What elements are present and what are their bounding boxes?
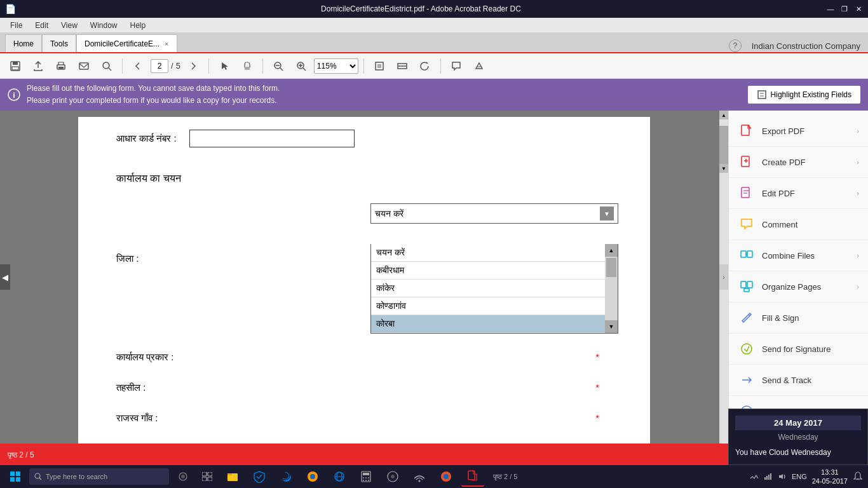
taskbar-app-shield[interactable] — [248, 466, 271, 487]
upload-button[interactable] — [28, 56, 48, 76]
zoom-in-button[interactable] — [291, 56, 311, 76]
rotate-button[interactable] — [415, 56, 435, 76]
taskbar-app-media[interactable] — [381, 466, 404, 487]
taskbar-app-acrobat[interactable] — [461, 466, 484, 487]
zoom-select[interactable]: 115% 100% 75% 150% — [314, 58, 358, 74]
svg-rect-37 — [747, 281, 752, 288]
svg-rect-78 — [766, 476, 768, 480]
print-button[interactable] — [51, 56, 71, 76]
panel-comment[interactable]: Comment — [729, 209, 868, 240]
select-tool-button[interactable] — [214, 56, 234, 76]
rajasv-label: राजस्व गाँव : — [116, 412, 307, 424]
panel-combine-files[interactable]: Combine Files › — [729, 240, 868, 271]
taskbar-app-calculator[interactable] — [355, 466, 377, 487]
help-button[interactable]: ? — [729, 39, 742, 52]
menu-window[interactable]: Window — [85, 20, 123, 31]
start-button[interactable] — [5, 466, 25, 487]
menu-file[interactable]: File — [5, 20, 27, 31]
svg-rect-34 — [747, 251, 752, 257]
titlebar: 📄 DomicileCertificateEdistrict.pdf - Ado… — [0, 0, 868, 18]
create-pdf-icon — [738, 153, 756, 171]
panel-create-pdf[interactable]: Create PDF › — [729, 147, 868, 178]
svg-point-70 — [368, 480, 369, 481]
viewer-scroll-down[interactable]: ▼ — [719, 164, 728, 173]
notification-panel: 24 May 2017 Wednesday You have Cloud Wed… — [728, 409, 868, 465]
page-info: पृष्ठ 2 / 5 — [8, 451, 34, 459]
highlight-tool-button[interactable] — [469, 56, 489, 76]
aadhaar-input-field[interactable] — [189, 130, 355, 147]
panel-edit-pdf[interactable]: Edit PDF › — [729, 178, 868, 209]
page-number-input[interactable] — [151, 59, 168, 73]
taskbar: Type here to search पृष्ठ 2 / 5 — [0, 465, 868, 488]
collapse-panel-button[interactable]: › — [719, 264, 728, 290]
search-button[interactable] — [97, 56, 117, 76]
svg-rect-54 — [202, 477, 207, 481]
fit-width-button[interactable] — [392, 56, 412, 76]
svg-rect-44 — [10, 471, 15, 476]
tab-close-button[interactable]: × — [165, 40, 168, 48]
taskbar-app-firefoxmain[interactable] — [435, 466, 458, 487]
svg-text:i: i — [13, 90, 15, 100]
comment-tool-button[interactable] — [446, 56, 466, 76]
taskbar-app-explorer[interactable] — [221, 466, 244, 487]
district-dropdown[interactable]: चयन करें ▼ चयन करें कबीरधाम कांकेर कोण्ड… — [370, 203, 618, 313]
fit-page-button[interactable] — [369, 56, 390, 76]
dropdown-item-0[interactable]: चयन करें — [371, 244, 618, 262]
page-input-group: / 5 — [151, 59, 180, 73]
tab-tools[interactable]: Tools — [42, 34, 76, 52]
prev-page-button[interactable] — [128, 56, 148, 76]
form-banner: i Please fill out the following form. Yo… — [0, 79, 868, 111]
dropdown-scroll-thumb — [606, 258, 616, 277]
maximize-button[interactable]: ❐ — [840, 4, 849, 13]
svg-line-49 — [39, 478, 41, 480]
viewer-scroll-up[interactable]: ▲ — [719, 111, 728, 119]
dropdown-item-3[interactable]: कोण्डागांव — [371, 297, 618, 315]
tabbar-right: ? Indian Construction Company — [721, 39, 868, 52]
banner-text: Please fill out the following form. You … — [27, 83, 280, 107]
dropdown-scroll-up[interactable]: ▲ — [605, 244, 618, 257]
tab-home[interactable]: Home — [5, 34, 42, 52]
aadhaar-label: आधार कार्ड नंबर : — [116, 133, 177, 144]
zoom-out-button[interactable] — [268, 56, 288, 76]
task-view-button[interactable] — [197, 466, 217, 487]
svg-rect-2 — [12, 67, 18, 70]
close-button[interactable]: ✕ — [854, 4, 863, 13]
next-page-button[interactable] — [183, 56, 203, 76]
dropdown-item-1[interactable]: कबीरधाम — [371, 262, 618, 280]
dropdown-item-4[interactable]: कोरबा — [371, 315, 618, 333]
cortana-button[interactable] — [173, 466, 193, 487]
highlight-button-label: Highlight Existing Fields — [771, 90, 851, 99]
svg-rect-30 — [742, 187, 749, 198]
right-panel: Export PDF › Create PDF › Edit PDF › — [728, 111, 868, 444]
dropdown-select-box[interactable]: चयन करें ▼ — [370, 203, 618, 224]
taskbar-app-firefox[interactable] — [301, 466, 324, 487]
menu-view[interactable]: View — [56, 20, 83, 31]
highlight-fields-button[interactable]: Highlight Existing Fields — [748, 86, 860, 104]
panel-send-track[interactable]: Send & Track — [729, 365, 868, 396]
taskbar-search[interactable]: Type here to search — [29, 468, 169, 485]
prev-page-arrow[interactable]: ◀ — [0, 264, 10, 290]
notification-button[interactable] — [853, 471, 863, 482]
page-separator: / — [171, 61, 173, 71]
panel-organize-pages[interactable]: Organize Pages › — [729, 271, 868, 302]
taskbar-app-edge[interactable] — [275, 466, 297, 487]
dropdown-scroll-down[interactable]: ▼ — [605, 320, 618, 333]
tab-document[interactable]: DomicileCertificateE... × — [76, 34, 177, 52]
viewer-scroll-thumb[interactable] — [719, 126, 728, 164]
panel-fill-sign[interactable]: Fill & Sign — [729, 302, 868, 334]
dropdown-arrow[interactable]: ▼ — [600, 207, 614, 220]
dropdown-item-2[interactable]: कांकेर — [371, 280, 618, 297]
menu-help[interactable]: Help — [125, 20, 151, 31]
panel-send-signature[interactable]: Send for Signature — [729, 334, 868, 365]
email-button[interactable] — [74, 56, 94, 76]
edit-pdf-arrow: › — [857, 189, 859, 197]
edit-pdf-label: Edit PDF — [762, 189, 850, 198]
taskbar-clock[interactable]: 13:31 24-05-2017 — [812, 468, 848, 486]
pan-tool-button[interactable] — [237, 56, 257, 76]
panel-export-pdf[interactable]: Export PDF › — [729, 116, 868, 147]
taskbar-app-network[interactable] — [408, 466, 431, 487]
save-button[interactable] — [5, 56, 25, 76]
taskbar-app-ie[interactable] — [328, 466, 351, 487]
menu-edit[interactable]: Edit — [30, 20, 53, 31]
minimize-button[interactable]: — — [826, 4, 835, 13]
